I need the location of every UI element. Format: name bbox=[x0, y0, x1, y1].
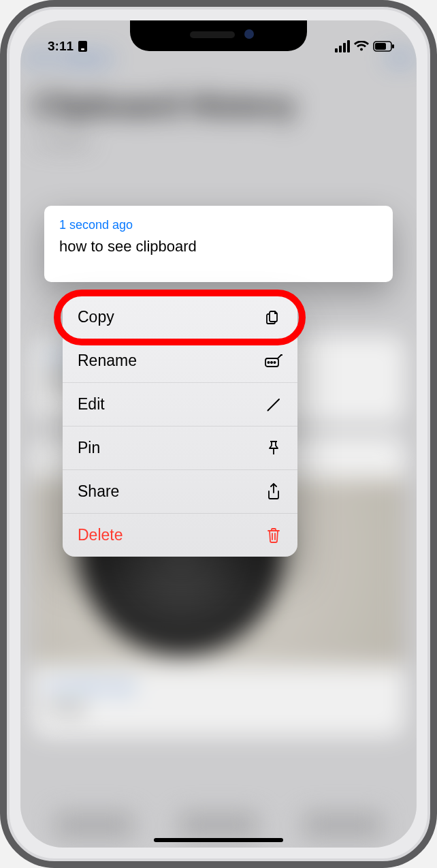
svg-rect-4 bbox=[392, 44, 394, 48]
trash-icon bbox=[265, 527, 282, 544]
context-menu: Copy Rename bbox=[63, 296, 297, 557]
copy-icon bbox=[265, 309, 282, 326]
wifi-icon bbox=[354, 41, 369, 52]
pin-icon bbox=[265, 439, 282, 457]
home-indicator[interactable] bbox=[154, 838, 283, 842]
portrait-lock-icon bbox=[78, 40, 88, 52]
rename-menu-item[interactable]: Rename bbox=[63, 339, 297, 383]
pencil-icon bbox=[265, 396, 282, 414]
copy-menu-item[interactable]: Copy bbox=[63, 296, 297, 339]
delete-menu-item[interactable]: Delete bbox=[63, 514, 297, 557]
svg-point-6 bbox=[268, 361, 269, 362]
device-frame: All 3 Snippets Edit Clipboard History 3 … bbox=[0, 0, 437, 868]
share-icon bbox=[265, 483, 282, 501]
svg-rect-3 bbox=[375, 43, 386, 50]
delete-label: Delete bbox=[78, 526, 123, 544]
rename-icon bbox=[265, 352, 282, 370]
status-right bbox=[335, 40, 395, 52]
edit-label: Edit bbox=[78, 395, 105, 414]
status-time: 3:11 bbox=[48, 39, 74, 54]
edit-menu-item[interactable]: Edit bbox=[63, 383, 297, 427]
pin-menu-item[interactable]: Pin bbox=[63, 427, 297, 470]
svg-point-8 bbox=[274, 361, 275, 362]
clipboard-item-timestamp: 1 second ago bbox=[59, 218, 378, 232]
cellular-signal-icon bbox=[335, 40, 350, 52]
clipboard-item-card[interactable]: 1 second ago how to see clipboard bbox=[44, 206, 393, 282]
clipboard-item-text: how to see clipboard bbox=[59, 238, 378, 255]
battery-icon bbox=[373, 41, 395, 52]
svg-point-7 bbox=[271, 361, 272, 362]
svg-rect-1 bbox=[81, 48, 84, 50]
notch bbox=[130, 20, 307, 51]
svg-rect-0 bbox=[78, 41, 87, 52]
screen: All 3 Snippets Edit Clipboard History 3 … bbox=[20, 20, 417, 848]
share-label: Share bbox=[78, 482, 119, 501]
share-menu-item[interactable]: Share bbox=[63, 470, 297, 514]
rename-label: Rename bbox=[78, 352, 137, 370]
copy-label: Copy bbox=[78, 308, 114, 326]
status-left: 3:11 bbox=[48, 39, 88, 54]
pin-label: Pin bbox=[78, 439, 100, 457]
